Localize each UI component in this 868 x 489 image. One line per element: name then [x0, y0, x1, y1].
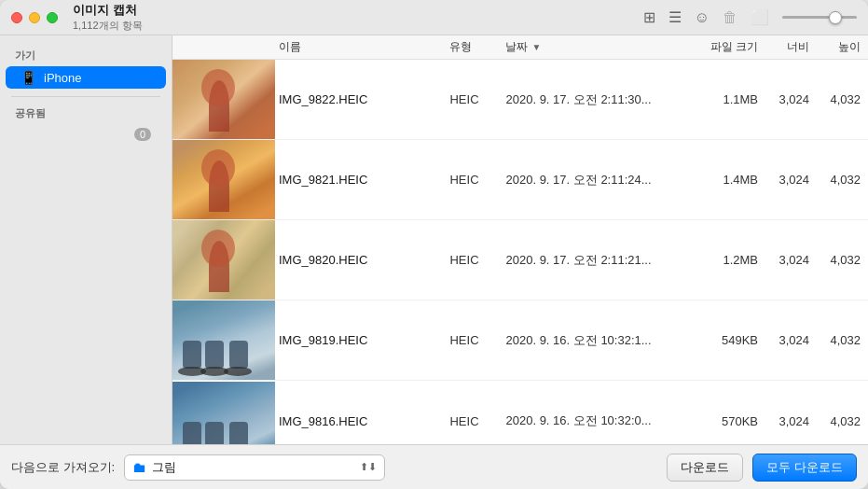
icloud-icon: ☁: [140, 71, 151, 84]
file-size: 1.4MB: [700, 173, 765, 187]
bottom-bar: 다음으로 가져오기: 🖿 그림 ⬆⬇ 다운로드 모두 다운로드: [0, 444, 868, 489]
sidebar: 가기 📱 iPhone ☁ 공유됨 0: [0, 35, 172, 444]
col-width-header[interactable]: 너비: [765, 39, 817, 55]
face-icon[interactable]: ☺: [695, 9, 710, 26]
file-area: 이름 유형 날짜 ▼ 파일 크기 너비 높이 IMG_9822.HEIC HEI…: [172, 35, 868, 444]
col-type-header[interactable]: 유형: [449, 39, 505, 55]
window-subtitle: 1,112개의 항목: [73, 19, 143, 33]
table-row[interactable]: IMG_9821.HEIC HEIC 2020. 9. 17. 오전 2:11:…: [172, 140, 868, 220]
main-content: 가기 📱 iPhone ☁ 공유됨 0 이름 유형 날짜 ▼: [0, 35, 868, 444]
app-window: 이미지 캡처 1,112개의 항목 ⊞ ☰ ☺ 🗑 ⬜ 가기 📱 iPhone …: [0, 0, 868, 489]
file-thumbnail: [172, 300, 275, 380]
file-name: IMG_9822.HEIC: [275, 92, 449, 106]
file-height: 4,032: [817, 173, 868, 187]
table-row[interactable]: IMG_9822.HEIC HEIC 2020. 9. 17. 오전 2:11:…: [172, 60, 868, 140]
titlebar-center: 이미지 캡처 1,112개의 항목: [73, 2, 643, 33]
col-name-header[interactable]: 이름: [275, 39, 449, 55]
list-view-icon[interactable]: ☰: [668, 8, 682, 26]
file-type: HEIC: [449, 92, 505, 106]
file-name: IMG_9821.HEIC: [275, 173, 449, 187]
file-type: HEIC: [449, 333, 505, 347]
window-title: 이미지 캡처: [73, 2, 137, 19]
file-type: HEIC: [449, 414, 505, 428]
file-thumbnail: [172, 140, 275, 219]
file-list: IMG_9822.HEIC HEIC 2020. 9. 17. 오전 2:11:…: [172, 60, 868, 444]
save-to-label: 다음으로 가져오기:: [11, 459, 115, 476]
close-button[interactable]: [11, 12, 22, 23]
file-width: 3,024: [765, 333, 817, 347]
sidebar-item-iphone[interactable]: 📱 iPhone ☁: [6, 66, 166, 89]
table-row[interactable]: IMG_9819.HEIC HEIC 2020. 9. 16. 오전 10:32…: [172, 300, 868, 381]
file-thumbnail: [172, 382, 275, 445]
table-row[interactable]: IMG_9816.HEIC HEIC 2020. 9. 16. 오전 10:32…: [172, 381, 868, 444]
sidebar-iphone-label: iPhone: [44, 71, 132, 85]
file-width: 3,024: [765, 414, 817, 428]
destination-text: 그림: [152, 459, 354, 476]
file-size: 1.2MB: [700, 253, 765, 267]
column-headers: 이름 유형 날짜 ▼ 파일 크기 너비 높이: [172, 35, 868, 60]
file-height: 4,032: [817, 333, 868, 347]
file-height: 4,032: [817, 253, 868, 267]
file-name: IMG_9816.HEIC: [275, 414, 449, 428]
file-date: 2020. 9. 17. 오전 2:11:24...: [505, 172, 700, 189]
zoom-slider-container: [782, 16, 857, 19]
col-size-header[interactable]: 파일 크기: [700, 39, 765, 55]
delete-icon[interactable]: 🗑: [723, 9, 737, 26]
chevron-updown-icon: ⬆⬇: [360, 461, 377, 473]
titlebar: 이미지 캡처 1,112개의 항목 ⊞ ☰ ☺ 🗑 ⬜: [0, 0, 868, 35]
file-width: 3,024: [765, 92, 817, 106]
file-thumbnail: [172, 60, 275, 139]
sidebar-shared-badge: 0: [134, 128, 151, 141]
file-date: 2020. 9. 16. 오전 10:32:1...: [505, 332, 700, 349]
minimize-button[interactable]: [29, 12, 40, 23]
file-size: 549KB: [700, 333, 765, 347]
destination-picker[interactable]: 🖿 그림 ⬆⬇: [124, 454, 385, 481]
file-width: 3,024: [765, 253, 817, 267]
download-button[interactable]: 다운로드: [667, 454, 743, 482]
sidebar-section-goto: 가기: [0, 47, 172, 66]
file-name: IMG_9820.HEIC: [275, 253, 449, 267]
sidebar-section-shared: 공유됨: [0, 105, 172, 124]
file-type: HEIC: [449, 173, 505, 187]
col-date-header[interactable]: 날짜 ▼: [505, 39, 700, 55]
file-height: 4,032: [817, 92, 868, 106]
sidebar-divider: [11, 96, 160, 97]
traffic-lights: [11, 12, 58, 23]
file-type: HEIC: [449, 253, 505, 267]
col-height-header[interactable]: 높이: [817, 39, 868, 55]
file-date: 2020. 9. 16. 오전 10:32:0...: [505, 412, 700, 429]
toolbar-actions: ⊞ ☰ ☺ 🗑 ⬜: [643, 8, 857, 26]
file-height: 4,032: [817, 414, 868, 428]
folder-icon: 🖿: [132, 459, 146, 475]
sort-arrow-icon: ▼: [531, 42, 541, 52]
file-size: 570KB: [700, 414, 765, 428]
file-name: IMG_9819.HEIC: [275, 333, 449, 347]
file-size: 1.1MB: [700, 92, 765, 106]
table-row[interactable]: IMG_9820.HEIC HEIC 2020. 9. 17. 오전 2:11:…: [172, 220, 868, 300]
file-width: 3,024: [765, 173, 817, 187]
maximize-button[interactable]: [47, 12, 58, 23]
import-icon[interactable]: ⬜: [751, 8, 769, 26]
file-date: 2020. 9. 17. 오전 2:11:30...: [505, 91, 700, 108]
download-all-button[interactable]: 모두 다운로드: [752, 454, 857, 482]
file-date: 2020. 9. 17. 오전 2:11:21...: [505, 252, 700, 269]
sidebar-item-shared[interactable]: 0: [6, 124, 166, 145]
grid-view-icon[interactable]: ⊞: [643, 8, 655, 26]
zoom-slider[interactable]: [782, 16, 857, 19]
iphone-icon: 📱: [21, 70, 36, 85]
file-thumbnail: [172, 220, 275, 300]
